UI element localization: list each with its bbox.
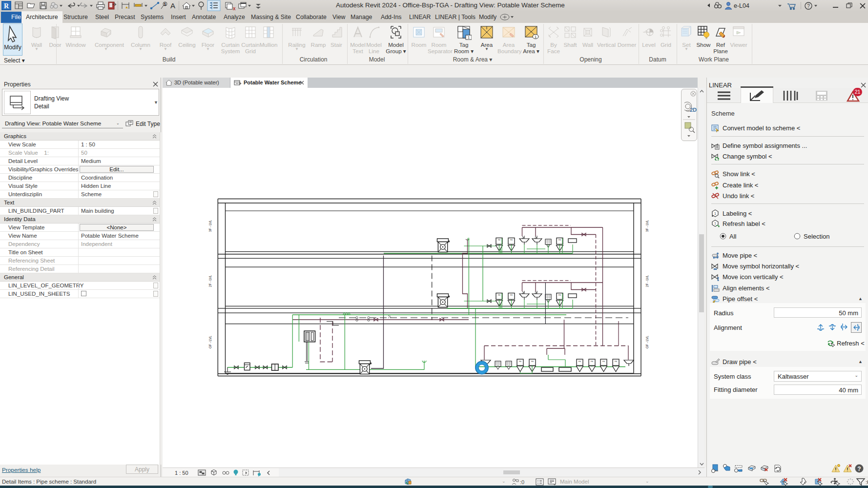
svg-text:1: 1 — [714, 211, 717, 216]
svg-text:FE: FE — [519, 360, 521, 363]
svg-text:?: ? — [857, 466, 861, 472]
svg-text:GF - LVL: GF - LVL — [208, 336, 212, 348]
svg-text:FE: FE — [531, 360, 534, 363]
svg-text:?: ? — [807, 3, 810, 9]
svg-text:2D: 2D — [690, 107, 697, 113]
svg-text:FE: FE — [558, 239, 561, 241]
svg-text:FE: FE — [615, 360, 617, 363]
svg-text:1: 1 — [714, 222, 716, 225]
svg-text::0: :0 — [866, 479, 868, 485]
svg-text:R: R — [4, 2, 9, 10]
svg-text:FE: FE — [510, 239, 513, 241]
svg-text:3F - LVL: 3F - LVL — [645, 220, 649, 232]
svg-text:3F - LVL: 3F - LVL — [208, 220, 212, 232]
svg-text:FE: FE — [510, 294, 513, 296]
svg-text:FE: FE — [558, 294, 561, 296]
svg-text:2F - LVL: 2F - LVL — [208, 275, 212, 287]
svg-text:GF - LVL: GF - LVL — [645, 336, 649, 348]
svg-text:1: 1 — [468, 35, 470, 40]
svg-text:1: 1 — [535, 35, 537, 39]
svg-text:1: 1 — [164, 2, 166, 6]
svg-text:FE: FE — [498, 239, 500, 241]
svg-text:FE: FE — [498, 294, 500, 296]
svg-text:x: x — [233, 6, 236, 11]
svg-text::0: :0 — [520, 479, 524, 485]
svg-text:FE: FE — [591, 360, 593, 363]
svg-text:2F - LVL: 2F - LVL — [645, 275, 649, 287]
svg-text:FE: FE — [579, 360, 581, 363]
svg-text:A: A — [170, 1, 175, 10]
svg-text:FE: FE — [602, 360, 605, 363]
svg-text:e-L04: e-L04 — [734, 2, 749, 9]
